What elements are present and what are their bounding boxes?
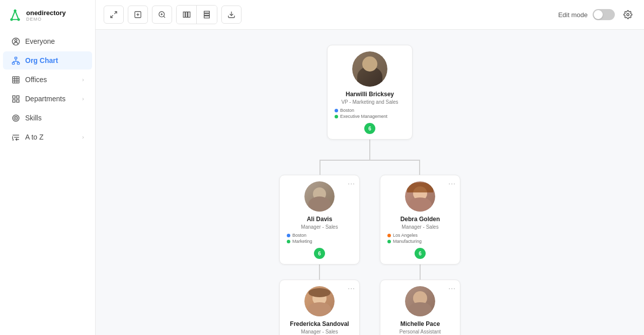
zoom-in-button[interactable]	[152, 6, 172, 24]
ali-title: Manager - Sales	[301, 224, 338, 230]
building-icon	[11, 75, 20, 84]
settings-button[interactable]	[620, 7, 636, 23]
svg-point-3	[17, 18, 20, 21]
expand-button[interactable]	[104, 6, 124, 24]
card-root: Harwilli Bricksey VP - Marketing and Sal…	[327, 45, 413, 140]
edit-mode-label: Edit mode	[558, 11, 588, 19]
sidebar: onedirectory DEMO Everyone Org Chart	[0, 0, 96, 335]
debra-dept-dot	[387, 240, 391, 243]
card-ali-menu[interactable]: ···	[348, 179, 355, 187]
avatar-root	[352, 51, 387, 87]
app-tagline: DEMO	[26, 17, 66, 22]
michelle-title: Personal Assistant	[399, 329, 441, 334]
logo-icon	[8, 8, 22, 22]
layout2-button[interactable]	[197, 6, 217, 24]
sidebar-item-everyone[interactable]: Everyone	[3, 32, 92, 50]
download-button[interactable]	[221, 6, 242, 24]
ali-child-count[interactable]: 6	[314, 248, 325, 259]
avatar-michelle	[405, 286, 435, 316]
skills-label: Skills	[25, 114, 42, 122]
main-content: Edit mode	[96, 0, 644, 335]
sort-icon	[11, 132, 20, 142]
dept-dot	[335, 115, 338, 118]
debra-title: Manager - Sales	[401, 224, 438, 230]
svg-point-2	[10, 18, 13, 21]
card-ali: ··· Ali Davis Manager - Sales	[279, 175, 360, 264]
connector-root-down	[369, 140, 370, 160]
fredericka-title: Manager - Sales	[301, 329, 338, 334]
app-name: onedirectory	[26, 9, 66, 17]
svg-rect-18	[13, 96, 15, 98]
svg-rect-19	[16, 96, 19, 98]
target-icon	[11, 113, 20, 122]
michelle-menu[interactable]: ···	[448, 284, 456, 292]
avatar-debra	[405, 181, 435, 212]
debra-loc-dot	[387, 234, 391, 237]
avatar-ali	[304, 181, 335, 212]
root-child-count[interactable]: 6	[364, 123, 375, 134]
sidebar-item-departments[interactable]: Departments ›	[3, 90, 92, 108]
fredericka-name: Fredericka Sandoval	[290, 320, 349, 327]
svg-rect-7	[12, 62, 14, 64]
sidebar-item-org-chart[interactable]: Org Chart	[3, 51, 92, 70]
michelle-name: Michelle Pace	[400, 320, 440, 327]
edit-mode-toggle[interactable]	[593, 9, 615, 20]
chart-area[interactable]: Harwilli Bricksey VP - Marketing and Sal…	[96, 30, 644, 335]
logo-text: onedirectory DEMO	[26, 9, 66, 22]
svg-line-29	[114, 12, 117, 14]
svg-rect-40	[188, 12, 190, 18]
sidebar-item-skills[interactable]: Skills	[3, 109, 92, 127]
avatar-fredericka	[304, 286, 335, 316]
col-fredericka: ··· Fredericka Sandoval Manager -	[279, 280, 360, 335]
departments-label: Departments	[25, 95, 65, 103]
debra-menu[interactable]: ···	[448, 179, 456, 187]
root-location: Boston	[335, 108, 405, 113]
person-circle-icon	[11, 37, 20, 46]
svg-rect-39	[186, 12, 187, 18]
svg-line-30	[111, 15, 113, 18]
sidebar-nav: Everyone Org Chart Offices ›	[0, 32, 95, 146]
svg-rect-6	[15, 57, 17, 59]
debra-child-count[interactable]: 6	[415, 248, 426, 259]
fredericka-menu[interactable]: ···	[348, 284, 355, 292]
card-fredericka: ··· Fredericka Sandoval Manager -	[279, 280, 360, 335]
svg-line-35	[164, 16, 165, 18]
level2-section: ··· Ali Davis Manager - Sales	[277, 160, 463, 335]
edit-mode-area: Edit mode	[558, 7, 636, 23]
grid-icon	[11, 94, 20, 103]
org-chart-label: Org Chart	[25, 56, 58, 64]
ali-name: Ali Davis	[307, 216, 333, 223]
sidebar-item-a-to-z[interactable]: A to Z ›	[3, 128, 92, 146]
hierarchy-icon	[11, 56, 20, 65]
col-michelle: ··· Michelle Pace Personal Assistant	[380, 280, 460, 335]
svg-rect-13	[13, 77, 19, 83]
card-michelle: ··· Michelle Pace Personal Assistant	[380, 280, 460, 335]
root-title: VP - Marketing and Sales	[341, 99, 398, 105]
svg-rect-8	[17, 62, 19, 64]
logo: onedirectory DEMO	[0, 8, 95, 32]
debra-meta: Los Angeles Manufacturing	[387, 233, 453, 244]
toolbar: Edit mode	[96, 0, 644, 30]
a-to-z-label: A to Z	[25, 133, 44, 141]
debra-name: Debra Golden	[400, 216, 440, 223]
departments-chevron: ›	[82, 96, 84, 102]
ali-dept-dot	[287, 240, 290, 243]
ali-meta: Boston Marketing	[287, 233, 352, 244]
offices-label: Offices	[25, 76, 47, 84]
svg-rect-38	[183, 12, 185, 18]
svg-rect-20	[13, 99, 15, 102]
svg-point-45	[627, 14, 629, 16]
sidebar-item-offices[interactable]: Offices ›	[3, 71, 92, 89]
col-ali: ··· Ali Davis Manager - Sales	[279, 175, 360, 335]
svg-rect-41	[204, 11, 210, 13]
fit-button[interactable]	[128, 6, 148, 24]
layout1-button[interactable]	[177, 6, 197, 24]
level2-row: ··· Ali Davis Manager - Sales	[279, 175, 460, 335]
debra-down	[420, 264, 421, 280]
svg-rect-43	[204, 16, 210, 18]
location-dot	[335, 109, 338, 112]
layout-buttons	[176, 5, 217, 24]
everyone-label: Everyone	[25, 37, 55, 45]
root-name: Harwilli Bricksey	[346, 91, 394, 98]
svg-rect-42	[204, 14, 210, 15]
